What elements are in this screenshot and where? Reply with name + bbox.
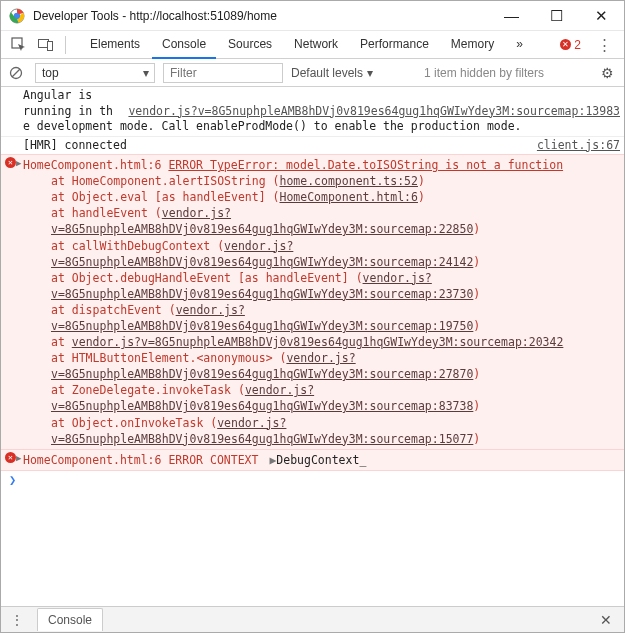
log-line: Angular is vendor.js?v=8G5nuphpleAMB8hDV… (1, 87, 624, 136)
svg-rect-4 (48, 41, 53, 50)
context-value: top (42, 66, 59, 80)
chevron-down-icon: ▾ (367, 66, 373, 80)
tab-memory[interactable]: Memory (441, 31, 504, 59)
chrome-icon (9, 8, 25, 24)
drawer: ⋮ Console ✕ (1, 606, 624, 632)
tab-console[interactable]: Console (152, 31, 216, 59)
log-text: [HMR] connected (23, 138, 127, 152)
context-selector[interactable]: top (35, 63, 155, 83)
devtools-toolbar: Elements Console Sources Network Perform… (1, 31, 624, 59)
tab-sources[interactable]: Sources (218, 31, 282, 59)
console-output: Angular is vendor.js?v=8G5nuphpleAMB8hDV… (1, 87, 624, 606)
error-object: DebugContext_ (276, 453, 366, 467)
source-link[interactable]: HomeComponent.html:6 (23, 453, 161, 467)
device-toggle-icon[interactable] (33, 32, 59, 58)
toolbar-menu-button[interactable]: ⋮ (589, 36, 620, 54)
tab-elements[interactable]: Elements (80, 31, 150, 59)
log-text: Angular is (23, 88, 120, 102)
stack-frame: at Object.onInvokeTask (vendor.js?v=8G5n… (23, 415, 620, 447)
log-levels-selector[interactable]: Default levels ▾ (291, 66, 373, 80)
stack-frame: at callWithDebugContext (vendor.js?v=8G5… (23, 238, 620, 270)
source-link[interactable]: HomeComponent.html:6 (23, 158, 161, 172)
error-message: ERROR TypeError: model.Date.toISOString … (168, 158, 563, 172)
tab-overflow[interactable]: » (506, 31, 533, 59)
stack-frame: at HomeComponent.alertISOString (home.co… (23, 173, 620, 189)
source-link[interactable]: home.component.ts:52 (279, 174, 417, 188)
error-count: 2 (574, 38, 581, 52)
panel-tabs: Elements Console Sources Network Perform… (80, 31, 533, 59)
window-close-button[interactable]: ✕ (579, 1, 624, 31)
window-minimize-button[interactable]: — (489, 1, 534, 31)
levels-label: Default levels (291, 66, 363, 80)
drawer-close-button[interactable]: ✕ (592, 612, 620, 628)
source-link[interactable]: client.js:67 (537, 138, 620, 154)
console-settings-icon[interactable]: ⚙ (595, 65, 620, 81)
error-icon: ✕ (560, 39, 571, 50)
source-link[interactable]: vendor.js?v=8G5nuphpleAMB8hDVj0v819es64g… (128, 104, 620, 120)
stack-frame: at ZoneDelegate.invokeTask (vendor.js?v=… (23, 382, 620, 414)
window-maximize-button[interactable]: ☐ (534, 1, 579, 31)
tab-performance[interactable]: Performance (350, 31, 439, 59)
window-title: Developer Tools - http://localhost:51089… (33, 9, 489, 23)
error-entry: ✕ ▶ HomeComponent.html:6 ERROR CONTEXT ▶… (1, 450, 624, 471)
stack-frame: at vendor.js?v=8G5nuphpleAMB8hDVj0v819es… (23, 334, 620, 350)
console-prompt[interactable]: ❯ (1, 471, 624, 489)
stack-frame: at Object.eval [as handleEvent] (HomeCom… (23, 189, 620, 205)
error-entry: ✕ ▶ HomeComponent.html:6 ERROR TypeError… (1, 154, 624, 450)
stack-frame: at Object.debugHandleEvent [as handleEve… (23, 270, 620, 302)
hidden-items-note: 1 item hidden by filters (424, 66, 544, 80)
inspect-element-icon[interactable] (5, 32, 31, 58)
tab-network[interactable]: Network (284, 31, 348, 59)
error-icon: ✕ (5, 157, 16, 168)
filter-input[interactable] (163, 63, 283, 83)
clear-console-icon[interactable] (5, 62, 27, 84)
stack-frame: at HTMLButtonElement.<anonymous> (vendor… (23, 350, 620, 382)
log-line: client.js:67[HMR] connected (1, 136, 624, 155)
error-label: ERROR CONTEXT (168, 453, 258, 467)
separator (65, 36, 66, 54)
error-count-badge[interactable]: ✕ 2 (560, 38, 581, 52)
stack-frame: at handleEvent (vendor.js?v=8G5nuphpleAM… (23, 205, 620, 237)
source-link[interactable]: vendor.js?v=8G5nuphpleAMB8hDVj0v819es64g… (72, 335, 564, 349)
source-link[interactable]: HomeComponent.html:6 (279, 190, 417, 204)
disclose-triangle-icon[interactable]: ▶ (16, 452, 21, 465)
error-icon: ✕ (5, 452, 16, 463)
drawer-tab-console[interactable]: Console (37, 608, 103, 631)
window-titlebar: Developer Tools - http://localhost:51089… (1, 1, 624, 31)
drawer-menu-button[interactable]: ⋮ (5, 613, 29, 627)
console-filter-bar: top Default levels ▾ 1 item hidden by fi… (1, 59, 624, 87)
disclose-triangle-icon[interactable]: ▶ (16, 157, 21, 170)
svg-line-6 (12, 69, 20, 77)
stack-frame: at dispatchEvent (vendor.js?v=8G5nuphple… (23, 302, 620, 334)
